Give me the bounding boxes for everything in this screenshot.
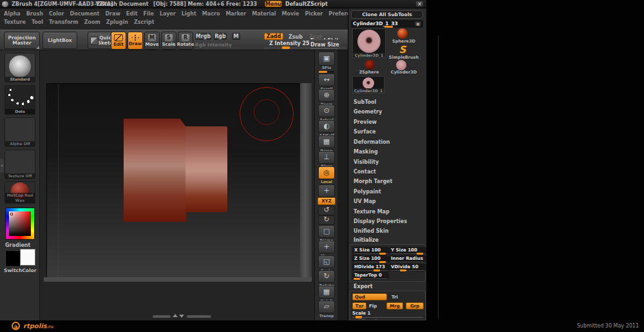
rgb-button[interactable]: Rgb <box>214 33 227 40</box>
export-header[interactable]: Export <box>348 284 427 290</box>
menu-transform[interactable]: Transform <box>49 19 79 25</box>
rotate-button[interactable]: R Rotate <box>178 32 193 50</box>
inner-radius-slider[interactable]: Inner Radius <box>389 255 426 263</box>
hdivide-slider[interactable]: HDivide 173 <box>352 264 389 271</box>
local-button[interactable]: ◎ Local <box>314 166 339 184</box>
m-button[interactable]: M <box>232 33 240 40</box>
section-contact[interactable]: Contact <box>348 168 427 177</box>
export-txr-button[interactable]: Txr <box>352 302 366 309</box>
vdivide-slider[interactable]: VDivide 50 <box>389 264 426 271</box>
cylinder3d-label[interactable]: Cylinder3D <box>386 70 422 75</box>
section-geometry[interactable]: Geometry <box>348 108 427 117</box>
scroll-down-icon[interactable] <box>179 315 184 318</box>
menu-layer[interactable]: Layer <box>160 11 176 17</box>
menu-picker[interactable]: Picker <box>305 11 323 17</box>
zsub-button[interactable]: Zsub <box>289 34 303 40</box>
h-scrollbar-left[interactable] <box>153 315 171 318</box>
spix-slider[interactable]: SPix <box>314 65 339 73</box>
transp-button[interactable]: ▱ Transp <box>314 300 339 318</box>
h-scrollbar-right[interactable] <box>187 315 211 318</box>
focal-shift-track[interactable] <box>310 39 338 40</box>
scale-button[interactable]: S Scale <box>161 32 176 50</box>
r-button[interactable]: R <box>415 21 421 26</box>
panel-resize-handle[interactable]: « <box>0 159 4 173</box>
sphere3d-icon[interactable] <box>397 28 408 39</box>
bpr-button[interactable]: ▣ <box>314 52 339 66</box>
gradient-label[interactable]: Gradient <box>5 242 30 248</box>
xyz-button[interactable]: XYZ <box>314 197 339 205</box>
menu-edit[interactable]: Edit <box>126 11 138 17</box>
cylinder-object-small[interactable] <box>185 126 227 212</box>
switch-color-label[interactable]: SwitchColor <box>4 268 36 273</box>
menu-marker[interactable]: Marker <box>225 11 246 17</box>
spin-right-button[interactable]: ↻ <box>314 215 339 225</box>
projection-master-button[interactable]: Projection Master <box>4 32 40 49</box>
z-size-slider[interactable]: Z Size 100 <box>352 255 389 263</box>
close-icon[interactable]: × <box>415 1 424 7</box>
export-qud-button[interactable]: Qud <box>352 293 387 300</box>
export-grp-button[interactable]: Grp <box>406 302 424 309</box>
section-morph-target[interactable]: Morph Target <box>348 177 427 186</box>
section-polypaint[interactable]: Polypaint <box>348 188 427 197</box>
draw-size-track[interactable] <box>310 48 338 49</box>
color-picker[interactable] <box>5 208 35 240</box>
export-tri-button[interactable]: Tri <box>392 295 398 300</box>
default-zscript-button[interactable]: DefaultZScript <box>285 1 328 7</box>
cylinder-object-large[interactable] <box>124 119 186 222</box>
move-button[interactable]: M Move <box>144 32 160 50</box>
section-unified-skin[interactable]: Unified Skin <box>348 227 427 236</box>
menu-zplugin[interactable]: Zplugin <box>106 19 128 25</box>
menu-zscript[interactable]: Zscript <box>134 19 155 25</box>
menu-tool[interactable]: Tool <box>32 19 43 25</box>
export-flp-button[interactable]: Flp <box>369 304 377 309</box>
export-scale-thumb[interactable] <box>355 316 362 318</box>
zsphere-label[interactable]: ZSphere <box>351 70 387 75</box>
menu-alpha[interactable]: Alpha <box>4 11 21 17</box>
scroll-up-icon[interactable] <box>173 314 178 317</box>
edit-button[interactable]: Edit <box>111 32 126 50</box>
z-intensity-thumb[interactable] <box>282 46 290 49</box>
simplebrush-label[interactable]: SimpleBrush <box>386 55 422 60</box>
menu-zoom[interactable]: Zoom <box>84 19 100 25</box>
draw-button[interactable]: Draw <box>128 32 143 50</box>
menu-movie[interactable]: Movie <box>282 11 299 17</box>
texture-selector[interactable]: Texture Off <box>5 150 35 179</box>
cylinder3d-icon[interactable] <box>396 60 406 70</box>
rgb-intensity-slider-label[interactable]: Rgb Intensity <box>195 42 232 48</box>
active-tool-preview[interactable]: Cylinder3D_1 <box>352 28 386 58</box>
lightbox-button[interactable]: LightBox <box>43 32 77 49</box>
section-subtool[interactable]: SubTool <box>348 98 427 107</box>
section-texture-map[interactable]: Texture Map <box>348 208 427 217</box>
z-intensity-slider-label[interactable]: Z Intensity 25 <box>269 41 310 46</box>
zadd-button[interactable]: Zadd <box>264 33 283 40</box>
rgb-intensity-track[interactable] <box>195 48 240 48</box>
menu-draw[interactable]: Draw <box>105 11 120 17</box>
main-color-swatch[interactable] <box>5 250 21 267</box>
section-uv-map[interactable]: UV Map <box>348 197 427 206</box>
section-preview[interactable]: Preview <box>348 118 427 127</box>
simplebrush-icon[interactable]: S <box>397 44 408 55</box>
menu-macro[interactable]: Macro <box>202 11 220 17</box>
initialize-header[interactable]: Initialize <box>348 237 427 244</box>
export-scale-slider[interactable]: Scale 1 <box>352 311 370 316</box>
section-display-properties[interactable]: Display Properties <box>348 217 427 226</box>
clone-all-subtools-button[interactable]: Clone All SubTools <box>351 10 423 19</box>
menu-texture[interactable]: Texture <box>4 19 26 25</box>
menu-color[interactable]: Color <box>49 11 64 17</box>
alpha-selector[interactable]: Alpha Off <box>5 117 35 147</box>
export-mrg-button[interactable]: Mrg <box>386 302 403 309</box>
section-visibility[interactable]: Visibility <box>348 158 427 167</box>
menus-button[interactable]: Menus <box>265 1 282 7</box>
x-size-slider[interactable]: X Size 100 <box>352 247 389 255</box>
tapertop-slider[interactable]: TaperTop 0 <box>352 272 389 280</box>
draw-size-slider-label[interactable]: Draw Size <box>310 42 339 48</box>
tool-name-thumb[interactable] <box>384 26 393 28</box>
section-surface[interactable]: Surface <box>348 128 427 137</box>
export-scale-track[interactable] <box>352 317 423 318</box>
tool-name-slider[interactable]: Cylinder3D_1_33 R <box>351 20 423 28</box>
color-picker-field[interactable] <box>9 211 31 236</box>
menu-material[interactable]: Material <box>252 11 276 17</box>
sphere3d-label[interactable]: Sphere3D <box>386 39 422 44</box>
brush-selector[interactable]: Standard <box>5 53 35 83</box>
zsphere-icon[interactable] <box>365 60 375 70</box>
